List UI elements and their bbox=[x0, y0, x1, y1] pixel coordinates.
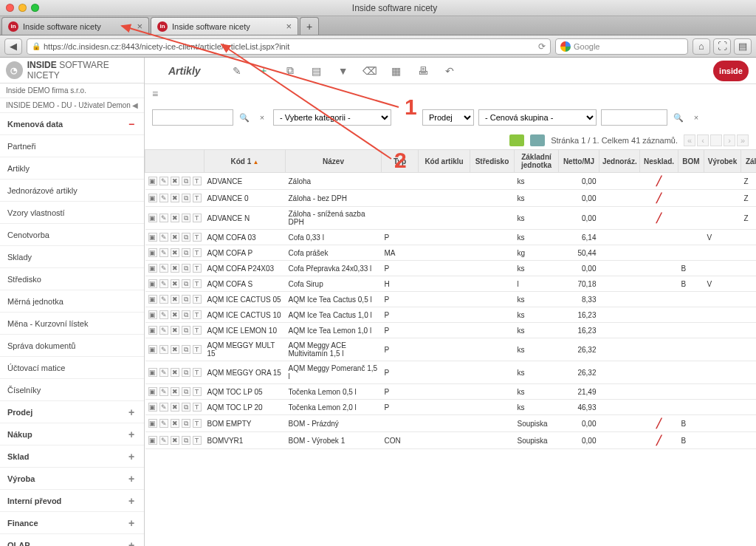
pager-prev[interactable]: ‹ bbox=[697, 134, 709, 146]
column-header[interactable]: Jednoráz. bbox=[599, 150, 640, 173]
browser-tab-0[interactable]: in Inside software nicety × bbox=[1, 17, 149, 35]
sidebar-item[interactable]: Sklad+ bbox=[0, 446, 144, 468]
collapse-icon[interactable]: − bbox=[126, 118, 137, 130]
delete-icon[interactable]: ✖ bbox=[171, 233, 179, 242]
zoom-window-button[interactable] bbox=[31, 4, 39, 12]
text-icon[interactable]: T bbox=[193, 345, 202, 354]
report-icon[interactable]: ▦ bbox=[390, 64, 403, 78]
sidebar-item[interactable]: Měna - Kurzovní lístek bbox=[0, 313, 144, 335]
detail-icon[interactable]: ▣ bbox=[148, 233, 157, 242]
edit-icon[interactable]: ✎ bbox=[230, 64, 244, 78]
search-icon-2[interactable]: 🔍 bbox=[672, 111, 685, 124]
table-row[interactable]: ▣✎✖⧉TAQM COFA PCofa prášekMAkg50,44 bbox=[145, 245, 757, 261]
sidebar-item[interactable]: Jednorázové artikly bbox=[0, 180, 144, 202]
sidebar-item[interactable]: Interní převod+ bbox=[0, 490, 144, 512]
sidebar-item[interactable]: Prodej+ bbox=[0, 401, 144, 423]
sidebar-item[interactable]: Správa dokumentů bbox=[0, 335, 144, 357]
bookmarks-button[interactable]: ▤ bbox=[734, 38, 752, 55]
edit-icon[interactable]: ✎ bbox=[159, 326, 168, 335]
back-button[interactable]: ◀ bbox=[4, 38, 22, 55]
detail-icon[interactable]: ▣ bbox=[148, 387, 157, 396]
fullscreen-button[interactable]: ⛶ bbox=[713, 38, 731, 55]
text-icon[interactable]: T bbox=[193, 264, 202, 273]
delete-icon[interactable]: ✖ bbox=[171, 295, 179, 304]
copy-icon[interactable]: ⧉ bbox=[182, 368, 190, 377]
pager-first[interactable]: « bbox=[684, 134, 695, 146]
text-icon[interactable]: T bbox=[193, 177, 202, 185]
expand-icon[interactable]: + bbox=[126, 473, 137, 485]
browser-search-field[interactable]: Google bbox=[555, 38, 688, 55]
detail-icon[interactable]: ▣ bbox=[148, 295, 157, 304]
category-select[interactable]: - Vyberte kategorii - bbox=[273, 109, 391, 126]
column-header[interactable]: Název bbox=[286, 150, 382, 173]
expand-icon[interactable]: + bbox=[126, 495, 137, 507]
export-csv-icon[interactable] bbox=[530, 134, 545, 146]
edit-icon[interactable]: ✎ bbox=[159, 194, 168, 202]
text-icon[interactable]: T bbox=[193, 436, 202, 445]
clear-icon-2[interactable]: × bbox=[690, 111, 703, 124]
detail-icon[interactable]: ▣ bbox=[148, 214, 157, 222]
table-row[interactable]: ▣✎✖⧉TAQM MEGGY MULT 15AQM Meggy ACE Mult… bbox=[145, 338, 757, 361]
sidebar-item[interactable]: Účtovací matice bbox=[0, 357, 144, 379]
pager-last[interactable]: » bbox=[737, 134, 749, 146]
copy-icon[interactable]: ⧉ bbox=[182, 264, 190, 273]
expand-icon[interactable]: + bbox=[126, 406, 137, 418]
copy-icon[interactable]: ⧉ bbox=[284, 64, 297, 78]
table-row[interactable]: ▣✎✖⧉TAQM ICE CACTUS 05AQM Ice Tea Cactus… bbox=[145, 292, 757, 307]
detail-icon[interactable]: ▣ bbox=[148, 194, 157, 202]
delete-icon[interactable]: ✖ bbox=[171, 264, 179, 273]
detail-icon[interactable]: ▣ bbox=[148, 419, 157, 428]
sidebar-item[interactable]: Číselníky bbox=[0, 379, 144, 401]
table-row[interactable]: ▣✎✖⧉TAQM ICE LEMON 10AQM Ice Tea Lemon 1… bbox=[145, 323, 757, 338]
detail-icon[interactable]: ▣ bbox=[148, 177, 157, 185]
edit-icon[interactable]: ✎ bbox=[159, 264, 168, 273]
pager-next[interactable]: › bbox=[724, 134, 735, 146]
text-icon[interactable]: T bbox=[193, 233, 202, 242]
edit-icon[interactable]: ✎ bbox=[159, 403, 168, 412]
tab-close-icon[interactable]: × bbox=[286, 21, 292, 32]
clear-filter-icon[interactable]: ⌫ bbox=[363, 64, 377, 78]
copy-icon[interactable]: ⧉ bbox=[182, 403, 190, 412]
sidebar-item[interactable]: Výroba+ bbox=[0, 468, 144, 490]
detail-icon[interactable]: ▣ bbox=[148, 248, 157, 257]
delete-icon[interactable]: ✖ bbox=[171, 436, 179, 445]
column-header[interactable]: Nesklad. bbox=[640, 150, 678, 173]
edit-icon[interactable]: ✎ bbox=[159, 419, 168, 428]
browser-tab-1[interactable]: in Inside software nicety × bbox=[151, 17, 298, 35]
delete-icon[interactable]: ✖ bbox=[171, 177, 179, 185]
copy-icon[interactable]: ⧉ bbox=[182, 419, 190, 428]
column-header[interactable]: BOM bbox=[678, 150, 704, 173]
column-header[interactable]: Výrobek bbox=[704, 150, 741, 173]
new-tab-button[interactable]: + bbox=[300, 17, 319, 35]
text-icon[interactable]: T bbox=[193, 310, 202, 319]
sidebar-item[interactable]: Měrná jednotka bbox=[0, 290, 144, 313]
edit-icon[interactable]: ✎ bbox=[159, 248, 168, 257]
table-row[interactable]: ▣✎✖⧉TAQM ICE CACTUS 10AQM Ice Tea Cactus… bbox=[145, 307, 757, 323]
search-input[interactable] bbox=[152, 109, 233, 126]
text-icon[interactable]: T bbox=[193, 248, 202, 257]
table-row[interactable]: ▣✎✖⧉TAQM TOC LP 20Točenka Lemon 2,0 lPks… bbox=[145, 400, 757, 415]
table-row[interactable]: ▣✎✖⧉TAQM COFA P24X03Cofa Přepravka 24x0,… bbox=[145, 261, 757, 276]
delete-icon[interactable]: ✖ bbox=[171, 345, 179, 354]
table-row[interactable]: ▣✎✖⧉TAQM COFA 03Cofa 0,33 lPks6,14V bbox=[145, 230, 757, 245]
filter-input-2[interactable] bbox=[601, 109, 667, 126]
detail-icon[interactable]: ▣ bbox=[148, 310, 157, 319]
sidebar-item[interactable]: Vzory vlastností bbox=[0, 202, 144, 224]
url-field[interactable]: 🔒 https://dc.insidesn.cz:8443/nicety-ice… bbox=[27, 38, 551, 55]
detail-icon[interactable]: ▣ bbox=[148, 403, 157, 412]
reload-icon[interactable]: ⟳ bbox=[538, 41, 546, 52]
detail-icon[interactable]: ▣ bbox=[148, 279, 157, 288]
copy-icon[interactable]: ⧉ bbox=[182, 310, 190, 319]
sidebar-item[interactable]: OLAP+ bbox=[0, 534, 144, 546]
close-window-button[interactable] bbox=[6, 4, 14, 12]
detail-icon[interactable]: ▣ bbox=[148, 264, 157, 273]
text-icon[interactable]: T bbox=[193, 419, 202, 428]
export-icon[interactable]: ▤ bbox=[310, 64, 323, 78]
add-icon[interactable]: ＋ bbox=[257, 64, 270, 78]
sidebar-item[interactable]: Partneři bbox=[0, 135, 144, 157]
delete-icon[interactable]: ✖ bbox=[171, 310, 179, 319]
copy-icon[interactable]: ⧉ bbox=[182, 345, 190, 354]
delete-icon[interactable]: ✖ bbox=[171, 368, 179, 377]
copy-icon[interactable]: ⧉ bbox=[182, 279, 190, 288]
text-icon[interactable]: T bbox=[193, 214, 202, 222]
